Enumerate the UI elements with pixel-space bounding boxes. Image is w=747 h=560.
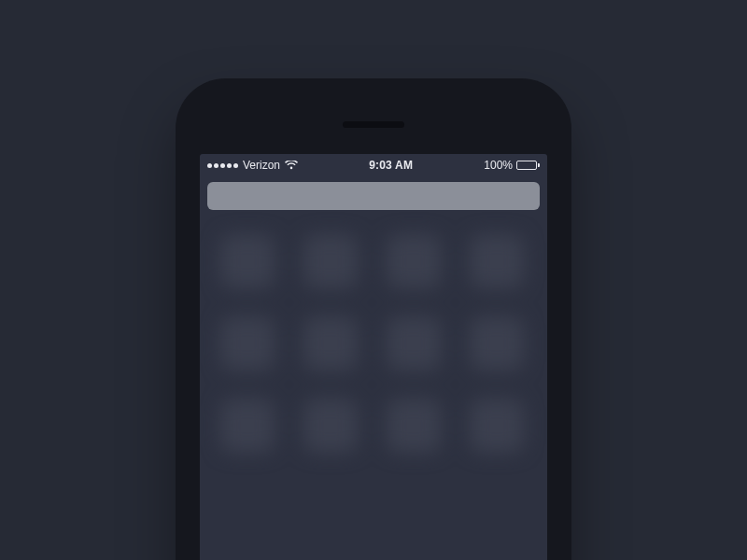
signal-dots-icon bbox=[207, 163, 238, 168]
battery-icon bbox=[516, 161, 540, 170]
app-icon[interactable] bbox=[220, 316, 275, 371]
app-icon[interactable] bbox=[220, 399, 275, 453]
status-bar: Verizon 9:03 AM 100% bbox=[200, 154, 547, 176]
app-icon[interactable] bbox=[470, 234, 524, 288]
app-icon[interactable] bbox=[303, 316, 358, 371]
battery-percent-label: 100% bbox=[484, 159, 513, 172]
app-icon[interactable] bbox=[470, 316, 524, 371]
wifi-icon bbox=[285, 161, 298, 170]
app-icon[interactable] bbox=[220, 234, 275, 288]
app-icon[interactable] bbox=[470, 399, 524, 453]
app-icon-grid bbox=[200, 234, 547, 453]
app-icon[interactable] bbox=[387, 234, 441, 288]
phone-screen: Verizon 9:03 AM 100% bbox=[200, 154, 547, 560]
spotlight-search-input[interactable] bbox=[207, 182, 540, 210]
carrier-label: Verizon bbox=[243, 159, 280, 172]
status-left: Verizon bbox=[207, 159, 298, 172]
clock-label: 9:03 AM bbox=[369, 159, 413, 172]
phone-frame: Verizon 9:03 AM 100% bbox=[176, 78, 571, 560]
app-icon[interactable] bbox=[387, 399, 441, 453]
app-icon[interactable] bbox=[303, 234, 358, 288]
app-icon[interactable] bbox=[303, 399, 358, 453]
phone-speaker bbox=[343, 121, 404, 128]
app-icon[interactable] bbox=[387, 316, 441, 371]
status-right: 100% bbox=[484, 159, 540, 172]
